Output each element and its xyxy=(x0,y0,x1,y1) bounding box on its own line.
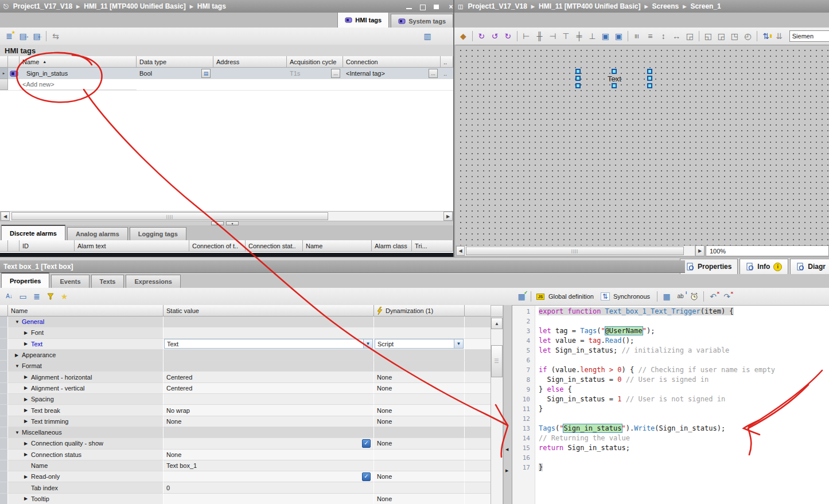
minimize-icon[interactable] xyxy=(404,3,415,10)
static-value-cell[interactable]: 0 xyxy=(164,482,374,493)
selection-handle[interactable] xyxy=(575,83,581,88)
align-center-icon[interactable]: ╫ xyxy=(533,30,546,42)
property-name-cell[interactable]: ▶Font xyxy=(8,327,164,338)
selection-handle[interactable] xyxy=(647,76,652,81)
property-row-text-break[interactable]: ▶Text breakNo wrapNone xyxy=(0,405,491,416)
breadcrumb-segment[interactable]: HMI_11 [MTP400 Unified Basic] xyxy=(84,2,185,10)
collapsed-icon[interactable]: ▶ xyxy=(24,397,31,402)
dynamization-text[interactable]: None xyxy=(377,418,392,425)
code-line[interactable] xyxy=(539,414,829,424)
tag-table-row[interactable]: ▸ Sign_in_status Bool ▤ T1s ... <Interna… xyxy=(0,68,453,80)
paint-icon[interactable]: ◆ xyxy=(457,30,470,42)
property-row-general[interactable]: ▼General xyxy=(0,317,491,327)
align-middle-icon[interactable]: ╪ xyxy=(573,30,586,42)
property-row-format[interactable]: ▼Format xyxy=(0,361,491,372)
rotate-free-icon[interactable]: ↻ xyxy=(501,30,515,42)
code-line[interactable]: export function Text_box_1_Text_Trigger(… xyxy=(539,307,829,317)
property-row-connection-status[interactable]: ▶Connection statusNone xyxy=(0,450,491,460)
match-width-icon[interactable]: ↕ xyxy=(657,30,670,42)
dynamization-cell[interactable] xyxy=(374,460,465,471)
undo-unavailable-icon[interactable]: ↶× xyxy=(706,290,720,303)
tab-analog-alarms[interactable]: Analog alarms xyxy=(67,227,128,240)
property-name-cell[interactable]: ▶Text break xyxy=(8,405,164,416)
tab-texts[interactable]: Texts xyxy=(91,275,124,288)
dynamization-cell[interactable] xyxy=(374,427,465,438)
tab-hmi-tags[interactable]: HMI tags xyxy=(337,12,389,28)
collapse-left-icon[interactable]: ◀ xyxy=(505,447,508,452)
center-horizontal-icon[interactable]: ▣ xyxy=(599,30,612,42)
code-line[interactable] xyxy=(539,317,829,326)
selection-handle[interactable] xyxy=(612,69,617,74)
breadcrumb-segment[interactable]: Screen_1 xyxy=(690,2,721,10)
property-row-miscellaneous[interactable]: ▼Miscellaneous xyxy=(0,427,491,438)
property-row-connection-quality-show[interactable]: ▶Connection quality - show✓None xyxy=(0,438,491,449)
static-value-cell[interactable]: None xyxy=(164,416,374,427)
code-line[interactable]: Sign_in_status = 1 // User is not signed… xyxy=(539,394,829,404)
dynamization-text[interactable]: None xyxy=(377,495,392,502)
column-header-acquisition-cycle[interactable]: Acquisition cycle xyxy=(287,56,343,68)
column-header-alarm-class[interactable]: Alarm class xyxy=(372,240,412,252)
screen-canvas[interactable]: Text xyxy=(456,45,829,246)
selection-handle[interactable] xyxy=(575,76,581,81)
restore-icon[interactable] xyxy=(418,3,429,10)
rotate-left-icon[interactable]: ↺ xyxy=(488,30,501,42)
property-row-name[interactable]: NameText box_1 xyxy=(0,460,491,471)
align-right-icon[interactable]: ⊣ xyxy=(546,30,559,42)
move-forward-icon[interactable]: ◳ xyxy=(728,30,741,42)
dynamization-cell[interactable]: Script▼ xyxy=(374,339,465,350)
inspector-tab-diagr[interactable]: Diagr xyxy=(790,259,829,275)
static-value-text[interactable]: 0 xyxy=(166,485,170,491)
code-line[interactable]: let tag = Tags("@UserName"); xyxy=(539,326,829,336)
broken-connection-icon[interactable]: ⇆ xyxy=(49,30,63,42)
static-value-cell[interactable]: ✓ xyxy=(164,471,374,482)
new-tag-icon[interactable]: ≣★ xyxy=(2,30,16,42)
dynamization-cell[interactable]: None xyxy=(374,494,465,504)
dynamization-cell[interactable] xyxy=(374,361,465,372)
grid-header-dynamization[interactable]: Dynamization (1) xyxy=(374,305,465,317)
column-header-tri-[interactable]: Tri... xyxy=(412,240,453,252)
hmi-tags-titlebar[interactable]: ⎋ Project1_V17_V18▶HMI_11 [MTP400 Unifie… xyxy=(0,0,460,13)
static-value-cell[interactable]: ✓ xyxy=(164,438,374,449)
selection-handle[interactable] xyxy=(575,69,581,74)
dynamization-cell[interactable]: None xyxy=(374,372,465,382)
static-value-dropdown[interactable]: Text▼ xyxy=(164,339,373,349)
tab-properties[interactable]: Properties xyxy=(1,272,49,288)
static-value-cell[interactable]: Text▼ xyxy=(164,339,374,350)
collapsed-icon[interactable]: ▶ xyxy=(24,441,31,446)
property-name-cell[interactable]: ▶Spacing xyxy=(8,394,164,405)
sync-mode-icon[interactable]: ⇅ xyxy=(598,290,612,303)
breadcrumb-segment[interactable]: Screens xyxy=(652,2,679,10)
script-validate-icon[interactable]: ▦✓ xyxy=(515,290,528,303)
property-row-alignment-horizontal[interactable]: ▶Alignment - horizontalCenteredNone xyxy=(0,372,491,382)
dynamization-cell[interactable] xyxy=(374,394,465,405)
tab-discrete-alarms[interactable]: Discrete alarms xyxy=(1,225,65,240)
collapsed-icon[interactable]: ▶ xyxy=(24,385,31,390)
property-row-tooltip[interactable]: ▶TooltipNone xyxy=(0,494,491,504)
collapsed-icon[interactable]: ▶ xyxy=(24,496,31,501)
grid-header-name[interactable]: Name xyxy=(8,305,164,317)
dynamization-cell[interactable]: None xyxy=(374,383,465,394)
collapsed-icon[interactable]: ▶ xyxy=(15,353,22,358)
align-top-icon[interactable]: ⊤ xyxy=(559,30,573,42)
property-name-cell[interactable]: ▶Appearance xyxy=(8,350,164,361)
code-line[interactable] xyxy=(539,453,829,463)
maximize-icon[interactable] xyxy=(431,3,443,10)
pane-splitter[interactable]: ◀ ▶ xyxy=(503,305,512,504)
dynamization-cell[interactable] xyxy=(374,327,465,338)
selection-handle[interactable] xyxy=(647,69,652,74)
rotate-right-icon[interactable]: ↻ xyxy=(475,30,488,42)
code-line[interactable]: } xyxy=(539,463,829,472)
textbox-element[interactable]: Text xyxy=(583,73,646,84)
static-value-cell[interactable] xyxy=(164,494,374,504)
code-area[interactable]: export function Text_box_1_Text_Trigger(… xyxy=(535,306,829,504)
static-value-cell[interactable] xyxy=(164,427,374,438)
collapsed-icon[interactable]: ▶ xyxy=(24,374,31,380)
dynamization-cell[interactable]: None xyxy=(374,405,465,416)
tag-name-cell[interactable]: Sign_in_status xyxy=(20,68,137,79)
property-row-text-trimming[interactable]: ▶Text trimmingNoneNone xyxy=(0,416,491,427)
export-icon[interactable]: ▤→ xyxy=(16,30,30,42)
property-name-cell[interactable]: Name xyxy=(8,460,164,471)
collapsed-icon[interactable]: ▶ xyxy=(24,452,31,457)
breadcrumb-segment[interactable]: Project1_V17_V18 xyxy=(13,2,72,10)
list-view-icon[interactable]: ≣ xyxy=(30,290,44,303)
